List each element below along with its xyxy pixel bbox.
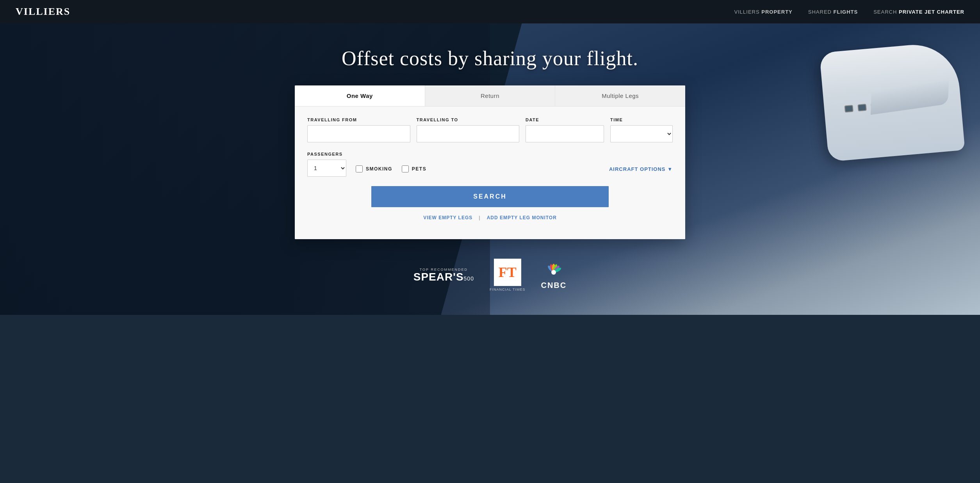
smoking-label: SMOKING (366, 166, 392, 172)
pets-checkbox-group[interactable]: PETS (402, 156, 426, 172)
time-select[interactable]: 00:00 06:00 12:00 18:00 (610, 125, 673, 142)
empty-legs-row: VIEW EMPTY LEGS | ADD EMPTY LEG MONITOR (307, 215, 673, 228)
nav-property[interactable]: VILLIERS PROPERTY (734, 9, 793, 15)
hero-headline: Offset costs by sharing your flight. (342, 47, 638, 70)
nav-property-bold: PROPERTY (761, 9, 793, 15)
site-logo[interactable]: VILLIERS (16, 6, 70, 18)
add-empty-leg-monitor-link[interactable]: ADD EMPTY LEG MONITOR (487, 215, 557, 220)
passengers-group: PASSENGERS 1 2 3 4 5 6 7 8 (307, 152, 346, 177)
time-group: TIME 00:00 06:00 12:00 18:00 (610, 117, 673, 142)
nav-search-bold: PRIVATE JET CHARTER (899, 9, 964, 15)
search-button-row: SEARCH (307, 186, 673, 207)
date-label: DATE (526, 117, 604, 122)
nav-search-prefix: SEARCH (873, 9, 899, 15)
passengers-select[interactable]: 1 2 3 4 5 6 7 8 (307, 160, 346, 177)
time-label: TIME (610, 117, 673, 122)
from-input[interactable] (307, 125, 410, 142)
cnbc-text: CNBC (541, 281, 567, 290)
cnbc-peacock-icon (542, 261, 565, 280)
empty-legs-divider: | (479, 215, 480, 220)
pets-checkbox[interactable] (402, 165, 409, 172)
search-form-container: One Way Return Multiple Legs TRAVELLING … (295, 85, 685, 239)
nav-property-prefix: VILLIERS (734, 9, 762, 15)
date-group: DATE (526, 117, 604, 142)
passengers-label: PASSENGERS (307, 152, 346, 156)
to-input[interactable] (417, 125, 520, 142)
hero-section: Offset costs by sharing your flight. One… (0, 23, 980, 315)
passengers-row: PASSENGERS 1 2 3 4 5 6 7 8 SMOKING (307, 152, 673, 177)
date-input[interactable] (526, 125, 604, 142)
search-button[interactable]: SEARCH (371, 186, 609, 207)
smoking-checkbox[interactable] (356, 165, 363, 172)
ft-sub-text: FINANCIAL TIMES (490, 288, 526, 291)
plane-window (844, 105, 853, 113)
spears500-text: SPEAR'S500 (413, 272, 474, 282)
from-group: TRAVELLING FROM (307, 117, 410, 142)
aircraft-options-button[interactable]: AIRCRAFT OPTIONS ▼ (609, 166, 673, 172)
smoking-checkbox-group[interactable]: SMOKING (356, 156, 392, 172)
cnbc-logo: CNBC (541, 261, 567, 290)
nav-search-charter[interactable]: SEARCH PRIVATE JET CHARTER (873, 9, 964, 15)
ft-logo: FT FINANCIAL TIMES (490, 259, 526, 291)
navbar: VILLIERS VILLIERS PROPERTY SHARED FLIGHT… (0, 0, 980, 23)
nav-shared-bold: FLIGHTS (834, 9, 858, 15)
tab-multiple-legs[interactable]: Multiple Legs (555, 85, 685, 106)
nav-shared-prefix: SHARED (808, 9, 834, 15)
plane-window (857, 104, 866, 112)
ft-logo-box: FT (494, 259, 521, 286)
route-row: TRAVELLING FROM TRAVELLING TO DATE TIME … (307, 117, 673, 142)
pets-label: PETS (412, 166, 426, 172)
spears500-logo: TOP RECOMMENDED SPEAR'S500 (413, 268, 474, 282)
from-label: TRAVELLING FROM (307, 117, 410, 122)
tab-one-way[interactable]: One Way (295, 85, 425, 106)
to-label: TRAVELLING TO (417, 117, 520, 122)
nav-links: VILLIERS PROPERTY SHARED FLIGHTS SEARCH … (734, 9, 964, 15)
tab-return[interactable]: Return (425, 85, 556, 106)
form-body: TRAVELLING FROM TRAVELLING TO DATE TIME … (295, 107, 685, 239)
to-group: TRAVELLING TO (417, 117, 520, 142)
nav-shared-flights[interactable]: SHARED FLIGHTS (808, 9, 858, 15)
logos-section: TOP RECOMMENDED SPEAR'S500 FT FINANCIAL … (413, 239, 567, 315)
svg-point-7 (551, 270, 556, 275)
view-empty-legs-link[interactable]: VIEW EMPTY LEGS (423, 215, 472, 220)
search-tabs: One Way Return Multiple Legs (295, 85, 685, 107)
